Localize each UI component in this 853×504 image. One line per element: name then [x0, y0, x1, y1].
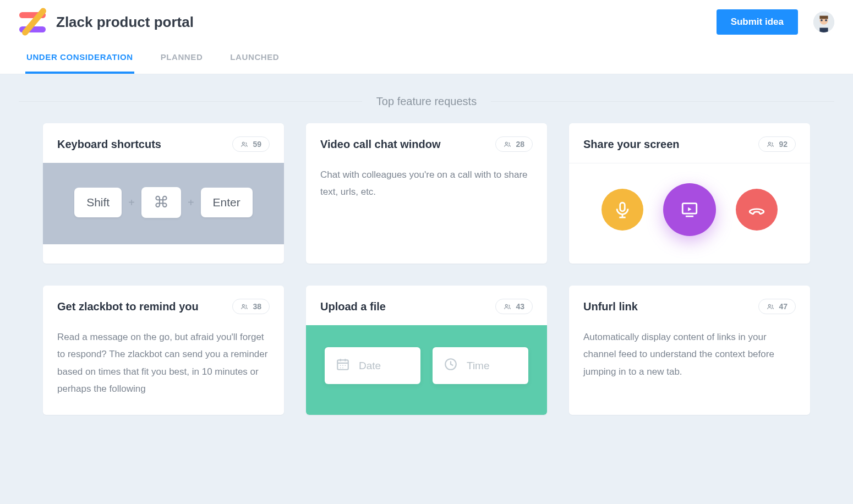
clock-icon: [444, 357, 458, 374]
card-head: Video call chat window 28: [306, 123, 547, 163]
top-bar-right: Submit idea: [717, 9, 834, 35]
tab-bar: UNDER CONSIDERATION PLANNED LAUNCHED: [0, 41, 853, 74]
divider: [491, 101, 834, 102]
avatar[interactable]: [813, 12, 834, 32]
svg-point-26: [769, 304, 771, 306]
divider: [19, 101, 362, 102]
kbd-enter: Enter: [201, 188, 253, 217]
vote-count: 38: [253, 302, 261, 311]
svg-rect-4: [821, 19, 822, 21]
card-head: Get zlackbot to remind you 38: [43, 286, 284, 325]
vote-pill[interactable]: 38: [232, 299, 270, 314]
time-label: Time: [467, 360, 490, 372]
vote-pill[interactable]: 59: [232, 136, 270, 152]
screen-share-icon: [663, 183, 716, 236]
card-head: Keyboard shortcuts 59: [43, 123, 284, 163]
svg-point-22: [345, 365, 346, 366]
vote-pill[interactable]: 43: [495, 299, 533, 314]
plus-icon: +: [128, 196, 135, 209]
card-title: Unfurl link: [583, 300, 638, 313]
card-share-screen[interactable]: Share your screen 92: [569, 123, 810, 264]
svg-rect-5: [825, 19, 827, 21]
vote-count: 43: [516, 302, 524, 311]
date-field: Date: [325, 347, 420, 384]
vote-pill[interactable]: 92: [758, 136, 796, 152]
kbd-cmd: ⌘: [141, 187, 181, 218]
kbd-shift: Shift: [74, 188, 122, 217]
card-body: Automatically display content of links i…: [569, 325, 810, 415]
users-icon: [240, 140, 248, 148]
svg-point-8: [769, 142, 771, 144]
vote-pill[interactable]: 47: [758, 299, 796, 314]
svg-rect-9: [620, 202, 625, 211]
users-icon: [504, 303, 511, 310]
users-icon: [504, 140, 511, 148]
submit-idea-button[interactable]: Submit idea: [717, 9, 798, 35]
call-controls-illustration: [569, 163, 810, 264]
card-head: Unfurl link 47: [569, 286, 810, 325]
card-title: Get zlackbot to remind you: [57, 300, 199, 313]
tab-launched[interactable]: LAUNCHED: [229, 41, 280, 74]
tab-under-consideration[interactable]: UNDER CONSIDERATION: [25, 41, 134, 74]
svg-rect-1: [819, 28, 828, 32]
vote-pill[interactable]: 28: [495, 136, 533, 152]
card-title: Upload a file: [320, 300, 386, 313]
svg-point-14: [243, 304, 245, 306]
vote-count: 92: [779, 140, 788, 149]
users-icon: [767, 303, 774, 310]
card-zlackbot-remind[interactable]: Get zlackbot to remind you 38 Read a mes…: [43, 286, 284, 415]
section-header: Top feature requests: [19, 95, 834, 108]
date-label: Date: [359, 360, 381, 372]
time-field: Time: [433, 347, 528, 384]
card-keyboard-shortcuts[interactable]: Keyboard shortcuts 59 Shift + ⌘ + Enter: [43, 123, 284, 264]
section-title: Top feature requests: [362, 95, 491, 108]
svg-rect-3: [819, 16, 828, 19]
card-unfurl-link[interactable]: Unfurl link 47 Automatically display con…: [569, 286, 810, 415]
upload-illustration: Date Time: [306, 325, 547, 415]
vote-count: 28: [516, 140, 524, 149]
card-video-call-chat[interactable]: Video call chat window 28 Chat with coll…: [306, 123, 547, 264]
card-grid: Keyboard shortcuts 59 Shift + ⌘ + Enter …: [0, 123, 853, 448]
users-icon: [240, 303, 248, 310]
logo-icon: [19, 10, 46, 34]
card-title: Keyboard shortcuts: [57, 138, 161, 151]
svg-point-24: [342, 368, 343, 369]
keyboard-illustration: Shift + ⌘ + Enter: [43, 163, 284, 244]
hangup-icon: [736, 189, 778, 231]
svg-point-21: [342, 365, 343, 366]
svg-point-6: [243, 142, 245, 144]
top-bar: Zlack product portal Submit idea: [0, 0, 853, 41]
card-title: Share your screen: [583, 138, 680, 151]
card-head: Share your screen 92: [569, 123, 810, 163]
card-head: Upload a file 43: [306, 286, 547, 325]
svg-point-15: [506, 304, 508, 306]
card-title: Video call chat window: [320, 138, 441, 151]
vote-count: 47: [779, 302, 788, 311]
users-icon: [767, 140, 774, 148]
card-body: Chat with colleagues you're on a call wi…: [306, 163, 547, 264]
card-body: Read a message on the go, but afraid you…: [43, 325, 284, 415]
svg-point-23: [340, 368, 341, 369]
app-title: Zlack product portal: [56, 14, 194, 31]
svg-point-7: [506, 142, 508, 144]
brand: Zlack product portal: [19, 10, 194, 34]
mic-icon: [602, 189, 643, 231]
tab-planned[interactable]: PLANNED: [160, 41, 204, 74]
vote-count: 59: [253, 140, 261, 149]
svg-point-20: [340, 365, 341, 366]
calendar-icon: [336, 357, 350, 374]
plus-icon: +: [188, 196, 194, 209]
card-upload-file[interactable]: Upload a file 43 Date Time: [306, 286, 547, 415]
